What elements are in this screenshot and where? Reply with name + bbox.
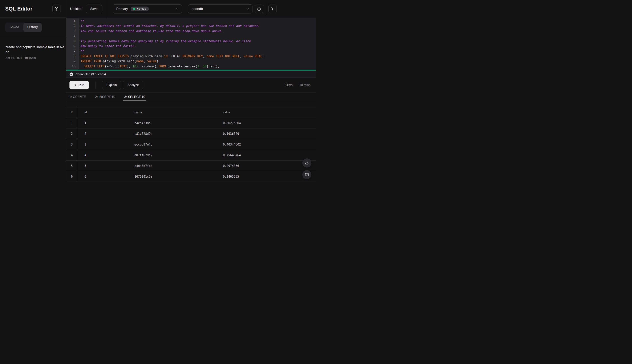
- line-number: 4: [66, 34, 79, 39]
- code-line-content: New Query to clear the editor.: [79, 44, 136, 49]
- code-token: value REAL: [244, 54, 262, 58]
- line-number: 6: [66, 44, 79, 49]
- code-token: ,: [240, 54, 244, 58]
- code-line[interactable]: 1/*: [66, 19, 316, 24]
- table-row[interactable]: 44a87ff679a20.75646764: [66, 150, 316, 160]
- chevron-down-icon: [247, 8, 249, 10]
- history-item[interactable]: create and populate sample table in Neon…: [6, 45, 60, 60]
- code-token: generate_series(: [166, 65, 197, 68]
- table-header-row: #idnamevalue: [66, 107, 316, 118]
- expand-icon: [305, 172, 309, 177]
- code-token: INSERT INTO: [81, 60, 103, 63]
- status-dot: [133, 8, 135, 10]
- code-line[interactable]: 5Try generating sample data and querying…: [66, 39, 316, 44]
- code-line-content: */: [79, 49, 84, 54]
- line-number: 7: [66, 49, 79, 54]
- table-row[interactable]: 33eccbc87e4b0.40344602: [66, 139, 316, 150]
- line-number: 9: [66, 59, 79, 64]
- save-button[interactable]: Save: [86, 4, 102, 13]
- column-header-name[interactable]: name: [134, 107, 223, 118]
- code-token: SERIAL: [168, 54, 183, 58]
- code-line[interactable]: 7*/: [66, 49, 316, 54]
- actions-bar: Run Explain Analyze 51ms 10 rows: [66, 78, 316, 92]
- code-token: ,: [203, 54, 207, 58]
- run-button[interactable]: Run: [70, 81, 89, 90]
- code-line[interactable]: 4: [66, 34, 316, 39]
- table-cell: 5: [78, 160, 134, 171]
- results-table: #idnamevalue 11c4ca4238a00.8627586422c81…: [66, 107, 316, 182]
- ai-assist-button[interactable]: [268, 4, 277, 13]
- status-badge-label: ACTIVE: [137, 8, 146, 10]
- table-row[interactable]: 55e4da3b7fbb0.2974366: [66, 160, 316, 171]
- timing-button[interactable]: [255, 4, 263, 13]
- tab-history[interactable]: History: [24, 22, 42, 32]
- column-header-id[interactable]: id: [78, 107, 134, 118]
- status-badge: ACTIVE: [131, 6, 149, 11]
- branch-selector[interactable]: Primary ACTIVE: [113, 4, 182, 14]
- check-circle-icon: [70, 72, 73, 76]
- code-line[interactable]: 10 SELECT LEFT(md5(i::TEXT), 10), random…: [66, 64, 316, 69]
- code-editor[interactable]: 1/*2In Neon, databases are stored on bra…: [66, 18, 316, 70]
- code-line[interactable]: 3You can select the branch and database …: [66, 29, 316, 34]
- table-row[interactable]: 661679091c5a0.2465555: [66, 171, 316, 182]
- code-line-content: You can select the branch and database t…: [79, 29, 223, 34]
- table-cell: 3: [66, 139, 78, 150]
- code-token: name TEXT NOT NULL: [207, 54, 240, 58]
- code-token: value: [147, 60, 157, 63]
- table-cell: 6: [78, 171, 134, 182]
- branch-name: Primary: [116, 7, 128, 11]
- analyze-button[interactable]: Analyze: [123, 81, 143, 90]
- tab-saved[interactable]: Saved: [5, 22, 24, 32]
- code-token: 10: [132, 65, 136, 68]
- code-line-content: Try generating sample data and querying …: [79, 39, 251, 44]
- connection-status-text: Connected (3 queries): [75, 72, 106, 76]
- table-cell: 2: [78, 128, 134, 139]
- code-line[interactable]: 2In Neon, databases are stored on branch…: [66, 24, 316, 28]
- query-metrics: 51ms 10 rows: [285, 83, 310, 87]
- connection-status-bar: Connected (3 queries): [66, 71, 316, 78]
- code-token: 1: [197, 65, 199, 68]
- line-number: 3: [66, 29, 79, 34]
- new-query-button[interactable]: [52, 4, 61, 13]
- code-token: PRIMARY KEY: [182, 54, 203, 58]
- code-line[interactable]: 6New Query to clear the editor.: [66, 44, 316, 49]
- code-token: /*: [81, 19, 84, 23]
- table-row[interactable]: 11c4ca4238a00.86275864: [66, 118, 316, 128]
- table-cell: 6: [66, 171, 78, 182]
- database-selector[interactable]: neondb: [188, 4, 253, 14]
- page-title: SQL Editor: [5, 6, 32, 12]
- plus-circle-icon: [54, 6, 59, 11]
- code-token: [81, 65, 84, 68]
- table-cell: 4: [66, 150, 78, 160]
- result-tab-3[interactable]: 3: SELECT 10: [121, 92, 148, 101]
- result-tab-1[interactable]: 1: CREATE: [67, 92, 89, 101]
- saved-history-switch: Saved History: [5, 22, 42, 32]
- download-results-button[interactable]: [302, 158, 311, 168]
- code-token: 10: [203, 65, 207, 68]
- sidebar: SQL Editor Saved History create and popu…: [0, 0, 66, 182]
- table-cell: 5: [66, 160, 78, 171]
- topbar: Untitled Save Primary ACTIVE neondb: [66, 0, 316, 18]
- query-name: Untitled: [70, 7, 82, 11]
- code-line[interactable]: 9INSERT INTO playing_with_neon(name, val…: [66, 59, 316, 64]
- table-cell: 0.2465555: [223, 171, 316, 182]
- code-line[interactable]: 8CREATE TABLE IF NOT EXISTS playing_with…: [66, 54, 316, 59]
- explain-button[interactable]: Explain: [102, 81, 121, 90]
- table-cell: 3: [78, 139, 134, 150]
- table-row[interactable]: 22c81e728d9d0.1936529: [66, 128, 316, 139]
- column-header-num[interactable]: #: [66, 107, 78, 118]
- download-icon: [305, 161, 309, 165]
- sql-editor-app: SQL Editor Saved History create and popu…: [0, 0, 316, 182]
- code-token: Try generating sample data and querying …: [81, 40, 251, 43]
- topbar-divider-2: [266, 2, 266, 16]
- code-token: name: [136, 60, 143, 63]
- result-tab-2[interactable]: 2: INSERT 10: [92, 92, 118, 101]
- expand-results-button[interactable]: [302, 170, 311, 179]
- column-header-value[interactable]: value: [223, 107, 316, 118]
- table-cell: 4: [78, 150, 134, 160]
- code-token: ): [157, 60, 158, 63]
- play-icon: [74, 84, 76, 87]
- table-cell: 1679091c5a: [134, 171, 223, 182]
- code-line-content: In Neon, databases are stored on branche…: [79, 24, 260, 28]
- table-cell: 0.86275864: [223, 118, 316, 128]
